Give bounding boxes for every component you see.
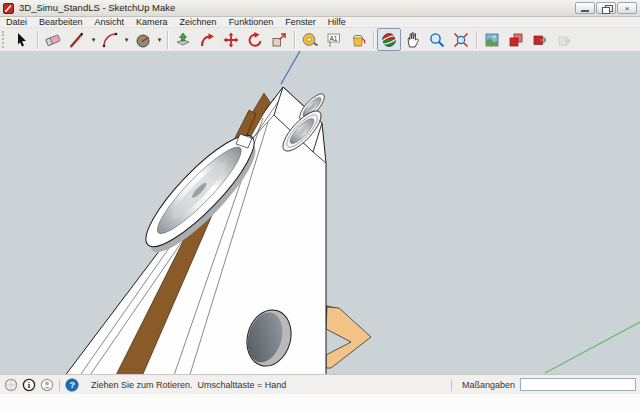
circle-tool-button[interactable] xyxy=(131,28,155,51)
add-location-icon xyxy=(484,32,500,48)
get-models-button[interactable] xyxy=(504,28,528,51)
credits-info-icon[interactable]: i xyxy=(22,378,36,392)
paint-bucket-icon xyxy=(350,32,366,48)
menu-fenster[interactable]: Fenster xyxy=(279,17,322,27)
status-hint-text: Ziehen Sie zum Rotieren. Umschalttaste =… xyxy=(91,380,286,390)
menu-hilfe[interactable]: Hilfe xyxy=(322,17,352,27)
paint-bucket-tool-button[interactable] xyxy=(346,28,370,51)
circle-dropdown-icon[interactable]: ▾ xyxy=(155,36,164,44)
move-icon xyxy=(223,32,239,48)
toolbar-separator xyxy=(37,31,38,49)
share-model-button[interactable] xyxy=(528,28,552,51)
zoom-extents-tool-button[interactable] xyxy=(449,28,473,51)
eraser-icon xyxy=(45,32,61,48)
toolbar-drag-handle[interactable] xyxy=(2,31,6,48)
toolbar-separator xyxy=(476,31,477,49)
zoom-icon xyxy=(429,32,445,48)
getting-started-toolbar: ▾ ▾ ▾ xyxy=(0,28,640,52)
push-pull-tool-button[interactable] xyxy=(171,28,195,51)
scale-icon xyxy=(271,32,287,48)
share-disabled-button[interactable] xyxy=(552,28,576,51)
zoom-tool-button[interactable] xyxy=(425,28,449,51)
measurements-label: Maßangaben xyxy=(462,380,515,390)
add-location-button[interactable] xyxy=(480,28,504,51)
scale-tool-button[interactable] xyxy=(267,28,291,51)
tape-measure-icon xyxy=(302,32,318,48)
circle-icon xyxy=(135,32,151,48)
select-arrow-icon xyxy=(14,32,30,48)
follow-me-icon xyxy=(199,32,215,48)
close-icon: × xyxy=(625,4,630,13)
window-title: 3D_Simu_StandLS - SketchUp Make xyxy=(19,0,175,16)
zoom-extents-icon xyxy=(453,32,469,48)
title-bar: 3D_Simu_StandLS - SketchUp Make × xyxy=(0,0,640,17)
follow-me-tool-button[interactable] xyxy=(195,28,219,51)
status-bar: i ? Ziehen Sie zum Rotieren. Umschalttas… xyxy=(0,374,640,394)
eraser-tool-button[interactable] xyxy=(41,28,65,51)
share-disabled-icon xyxy=(556,32,572,48)
statusbar-separator xyxy=(59,379,60,391)
toolbar-separator xyxy=(294,31,295,49)
svg-text:A1: A1 xyxy=(330,34,338,41)
minimize-button[interactable] xyxy=(575,2,595,14)
text-icon: A1 xyxy=(326,32,342,48)
measurements-input[interactable] xyxy=(520,378,636,391)
pencil-icon xyxy=(69,32,85,48)
pan-tool-button[interactable] xyxy=(401,28,425,51)
menu-datei[interactable]: Datei xyxy=(0,17,33,27)
arc-tool-button[interactable] xyxy=(98,28,122,51)
menu-zeichnen[interactable]: Zeichnen xyxy=(174,17,223,27)
line-tool-button[interactable] xyxy=(65,28,89,51)
pan-hand-icon xyxy=(405,32,421,48)
menu-bearbeiten[interactable]: Bearbeiten xyxy=(33,17,89,27)
statusbar-separator xyxy=(451,379,452,391)
model-viewport[interactable] xyxy=(0,51,640,374)
close-button[interactable]: × xyxy=(617,2,637,14)
arc-dropdown-icon[interactable]: ▾ xyxy=(122,36,131,44)
get-models-icon xyxy=(508,32,524,48)
push-pull-icon xyxy=(175,32,191,48)
menu-kamera[interactable]: Kamera xyxy=(130,17,174,27)
menu-funktionen[interactable]: Funktionen xyxy=(223,17,280,27)
minimize-icon xyxy=(581,10,589,12)
select-tool-button[interactable] xyxy=(10,28,34,51)
window-bottom-strip xyxy=(0,394,640,409)
line-dropdown-icon[interactable]: ▾ xyxy=(89,36,98,44)
svg-text:?: ? xyxy=(70,380,76,390)
share-model-icon xyxy=(532,32,548,48)
menu-bar: Datei Bearbeiten Ansicht Kamera Zeichnen… xyxy=(0,17,640,28)
move-tool-button[interactable] xyxy=(219,28,243,51)
text-tool-button[interactable]: A1 xyxy=(322,28,346,51)
arc-icon xyxy=(102,32,118,48)
rotate-tool-button[interactable] xyxy=(243,28,267,51)
orbit-icon xyxy=(381,32,397,48)
sketchup-app-icon xyxy=(3,3,14,14)
help-icon[interactable]: ? xyxy=(65,378,79,392)
geolocation-icon[interactable] xyxy=(4,378,18,392)
restore-button[interactable] xyxy=(596,2,616,14)
sign-in-user-icon[interactable] xyxy=(40,378,54,392)
orbit-tool-button[interactable] xyxy=(377,28,401,51)
menu-ansicht[interactable]: Ansicht xyxy=(89,17,131,27)
toolbar-separator xyxy=(167,31,168,49)
tape-measure-tool-button[interactable] xyxy=(298,28,322,51)
model-canvas[interactable] xyxy=(0,51,640,374)
toolbar-separator xyxy=(373,31,374,49)
rotate-icon xyxy=(247,32,263,48)
